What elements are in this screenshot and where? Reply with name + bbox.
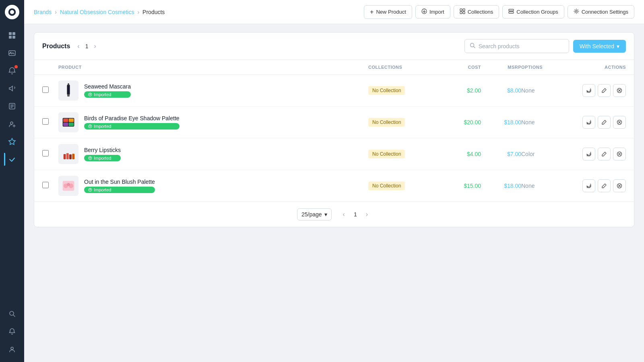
cost-cell-1: $2.00 [441, 87, 481, 94]
breadcrumb-current: Products [142, 9, 165, 15]
svg-point-23 [576, 10, 577, 12]
app-logo [5, 5, 19, 19]
collection-badge-3: No Collection [368, 150, 405, 158]
svg-rect-28 [67, 94, 70, 97]
collections-icon [460, 8, 465, 15]
edit-button-3[interactable] [598, 148, 611, 160]
notification-icon[interactable] [4, 63, 20, 79]
table-row: Out in the Sun Blush Palette Imported No… [34, 170, 634, 202]
refresh-button-1[interactable] [582, 84, 595, 97]
image-icon[interactable] [4, 45, 20, 61]
cost-value-3: $4.00 [467, 151, 481, 157]
add-user-icon[interactable] [4, 116, 20, 132]
star-icon[interactable] [4, 134, 20, 150]
row-select-2[interactable] [42, 118, 49, 125]
user-bottom-icon[interactable] [4, 341, 20, 357]
options-cell-2: None [521, 119, 561, 126]
products-title: Products [42, 43, 70, 50]
options-value-1: None [521, 87, 535, 94]
megaphone-icon[interactable] [4, 80, 20, 97]
table-row: Seaweed Mascara Imported No Collection $… [34, 75, 634, 107]
svg-rect-37 [63, 119, 68, 122]
brands-link[interactable]: Brands [34, 9, 52, 15]
product-name-1: Seaweed Mascara [84, 83, 131, 90]
page-number: 1 [85, 43, 89, 49]
collection-groups-button[interactable]: Collection Groups [502, 5, 564, 19]
per-page-chevron-icon: ▾ [324, 211, 327, 218]
import-icon [421, 8, 427, 15]
svg-rect-18 [463, 9, 465, 11]
cost-cell-2: $20.00 [441, 119, 481, 126]
import-button[interactable]: Import [415, 5, 450, 19]
delete-button-3[interactable] [613, 148, 626, 160]
product-cell-4: Out in the Sun Blush Palette Imported [58, 176, 368, 196]
plus-icon: + [370, 8, 374, 16]
product-info-4: Out in the Sun Blush Palette Imported [84, 179, 155, 193]
msrp-col-header: MSRP [481, 65, 521, 70]
actions-cell-3 [561, 148, 626, 160]
collection-badge-4: No Collection [368, 181, 405, 190]
active-indicator [4, 153, 5, 166]
msrp-value-1: $8.00 [507, 87, 521, 94]
product-image-2 [58, 112, 78, 132]
refresh-button-4[interactable] [582, 179, 595, 192]
row-checkbox-4 [42, 182, 58, 190]
product-col-header: Product [58, 65, 368, 70]
refresh-button-3[interactable] [582, 148, 595, 160]
new-product-button[interactable]: + New Product [364, 5, 412, 19]
search-bottom-icon[interactable] [4, 306, 20, 322]
collection-cell-2: No Collection [368, 118, 441, 127]
cost-col-header: Cost [441, 65, 481, 70]
svg-rect-2 [9, 32, 12, 35]
msrp-value-3: $7.00 [507, 151, 521, 157]
footer-next-button[interactable]: › [363, 210, 371, 219]
refresh-button-2[interactable] [582, 116, 595, 129]
per-page-select[interactable]: 25/page ▾ [297, 208, 332, 220]
row-select-4[interactable] [42, 182, 49, 188]
options-cell-4: None [521, 182, 561, 189]
product-cell-3: Berry Lipsticks Imported [58, 144, 368, 164]
edit-button-2[interactable] [598, 116, 611, 129]
svg-line-14 [13, 315, 15, 317]
svg-point-56 [67, 183, 70, 186]
msrp-cell-1: $8.00 [481, 87, 521, 94]
product-name-4: Out in the Sun Blush Palette [84, 179, 155, 185]
collection-cell-4: No Collection [368, 181, 441, 190]
svg-rect-22 [509, 12, 514, 13]
product-info-3: Berry Lipsticks Imported [84, 147, 121, 161]
row-checkbox-3 [42, 150, 58, 158]
breadcrumb-sep-2: › [137, 9, 139, 15]
msrp-cell-3: $7.00 [481, 150, 521, 158]
search-input[interactable] [479, 43, 564, 49]
products-header: Products ‹ 1 › With Selec [34, 33, 634, 60]
delete-button-1[interactable] [613, 84, 626, 97]
products-table: Product Collections Cost MSRP Options Ac… [34, 60, 634, 202]
brand-name-link[interactable]: Natural Obsession Cosmetics [60, 9, 134, 15]
check-icon[interactable] [4, 151, 20, 167]
bell-bottom-icon[interactable] [4, 323, 20, 339]
product-name-2: Birds of Paradise Eye Shadow Palette [84, 115, 180, 121]
product-cell-2: Birds of Paradise Eye Shadow Palette Imp… [58, 112, 368, 132]
collection-groups-icon [508, 8, 514, 15]
imported-badge-3: Imported [84, 155, 121, 161]
products-search-area: With Selected ▾ [464, 39, 626, 53]
orders-icon[interactable] [4, 98, 20, 114]
row-select-1[interactable] [42, 86, 49, 93]
table-footer: 25/page ▾ ‹ 1 › [34, 202, 634, 227]
with-selected-button[interactable]: With Selected ▾ [573, 40, 626, 53]
footer-prev-button[interactable]: ‹ [340, 210, 348, 219]
delete-button-4[interactable] [613, 179, 626, 192]
edit-button-4[interactable] [598, 179, 611, 192]
dashboard-icon[interactable] [4, 27, 20, 43]
next-page-button[interactable]: › [91, 42, 98, 51]
delete-button-2[interactable] [613, 116, 626, 129]
connection-settings-button[interactable]: Connection Settings [568, 5, 634, 19]
imported-badge-4: Imported [84, 187, 155, 193]
collection-cell-3: No Collection [368, 150, 441, 158]
row-select-3[interactable] [42, 150, 49, 156]
prev-page-button[interactable]: ‹ [75, 42, 82, 51]
svg-rect-3 [12, 32, 15, 35]
collections-button[interactable]: Collections [454, 5, 500, 19]
options-cell-1: None [521, 87, 561, 94]
edit-button-1[interactable] [598, 84, 611, 97]
